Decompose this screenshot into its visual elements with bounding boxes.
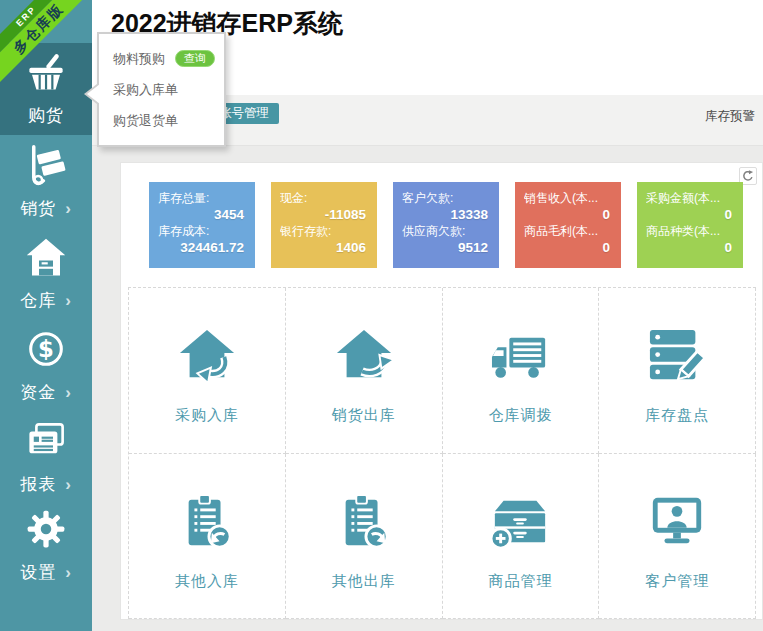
tile-customer-management[interactable]: 客户管理 [599,454,756,620]
house-arrow-out-icon [333,325,395,387]
chevron-right-icon: › [65,476,72,493]
stat-value: 324461.72 [158,239,246,256]
stat-cards-row: 库存总量: 3454 库存成本: 324461.72 现金: -11085 银行… [149,182,743,268]
menu-item-purchase-return[interactable]: 购货退货单 [99,105,224,136]
tile-stock-count[interactable]: 库存盘点 [599,288,756,454]
stat-label: 商品毛利(本... [524,223,612,239]
gear-icon [25,508,67,554]
tile-label: 客户管理 [645,572,709,591]
sidebar: ERP 多仓库版 购货 销货› [0,0,92,631]
query-badge: 查询 [175,50,215,67]
stat-label: 银行存款: [280,223,368,239]
stat-label: 客户欠款: [402,190,490,206]
stat-card-sales: 销售收入(本... 0 商品毛利(本... 0 [515,182,621,268]
stock-edit-icon [646,325,708,387]
house-arrow-in-icon [176,325,238,387]
tile-warehouse-transfer[interactable]: 仓库调拨 [443,288,600,454]
tile-purchase-inbound[interactable]: 采购入库 [129,288,286,454]
sidebar-item-label: 购货 [28,104,64,127]
stat-label: 库存成本: [158,223,246,239]
sidebar-item-label: 设置 [20,561,56,584]
stat-value: -11085 [280,206,368,223]
stat-label: 销售收入(本... [524,190,612,206]
chevron-right-icon: › [65,564,72,581]
sidebar-item-reports[interactable]: 报表› [0,412,92,504]
stat-value: 0 [646,239,734,256]
tile-other-outbound[interactable]: 其他出库 [286,454,443,620]
dollar-coin-icon: $ [25,328,67,374]
tile-goods-management[interactable]: 商品管理 [443,454,600,620]
tile-other-inbound[interactable]: 其他入库 [129,454,286,620]
menu-item-label: 采购入库单 [113,81,178,99]
stat-value: 13338 [402,206,490,223]
warehouse-home-icon [25,236,67,282]
tile-label: 其他入库 [175,572,239,591]
menu-item-material-preorder[interactable]: 物料预购 查询 [99,43,224,74]
main-content: 库存总量: 3454 库存成本: 324461.72 现金: -11085 银行… [92,146,763,631]
stat-value: 1406 [280,239,368,256]
tile-label: 采购入库 [175,406,239,425]
stock-alert-link[interactable]: 库存预警 [705,108,755,125]
menu-item-purchase-inbound[interactable]: 采购入库单 [99,74,224,105]
goods-cabinet-plus-icon [489,491,551,553]
tile-label: 销货出库 [332,406,396,425]
report-sheets-icon [25,420,67,466]
stat-card-purchase: 采购金额(本... 0 商品种类(本... 0 [637,182,743,268]
sidebar-item-sales[interactable]: 销货› [0,136,92,228]
stat-label: 供应商欠款: [402,223,490,239]
chevron-right-icon: › [65,200,72,217]
sidebar-item-label: 报表 [20,473,56,496]
purchase-dropdown-menu: 物料预购 查询 采购入库单 购货退货单 [97,32,226,147]
stat-card-debts: 客户欠款: 13338 供应商欠款: 9512 [393,182,499,268]
tile-label: 仓库调拨 [488,406,552,425]
sidebar-item-settings[interactable]: 设置› [0,500,92,592]
delivery-truck-icon [489,325,551,387]
stat-value: 0 [524,239,612,256]
tile-label: 其他出库 [332,572,396,591]
chevron-right-icon: › [65,384,72,401]
dashboard-panel: 库存总量: 3454 库存成本: 324461.72 现金: -11085 银行… [120,162,763,620]
stat-value: 0 [524,206,612,223]
menu-item-label: 物料预购 [113,50,165,68]
refresh-icon [742,170,754,182]
menu-item-label: 购货退货单 [113,112,178,130]
stat-label: 现金: [280,190,368,206]
stat-card-inventory: 库存总量: 3454 库存成本: 324461.72 [149,182,255,268]
tile-label: 库存盘点 [645,406,709,425]
shortcut-grid: 采购入库 销货出库 [128,287,756,619]
clipboard-arrow-out-icon [333,491,395,553]
sidebar-item-warehouse[interactable]: 仓库› [0,228,92,320]
svg-text:$: $ [38,336,54,362]
sidebar-item-label: 资金 [20,381,56,404]
sidebar-item-label: 销货 [20,197,56,220]
stat-value: 9512 [402,239,490,256]
chevron-right-icon: › [65,292,72,309]
stat-value: 3454 [158,206,246,223]
tile-label: 商品管理 [488,572,552,591]
stat-label: 库存总量: [158,190,246,206]
shopping-basket-icon [25,51,67,97]
sidebar-item-label: 仓库 [20,289,56,312]
tile-sales-outbound[interactable]: 销货出库 [286,288,443,454]
stat-value: 0 [646,206,734,223]
stat-label: 采购金额(本... [646,190,734,206]
customer-monitor-icon [646,491,708,553]
stat-label: 商品种类(本... [646,223,734,239]
hand-truck-icon [25,144,67,190]
sidebar-item-funds[interactable]: $ 资金› [0,320,92,412]
stat-card-cash: 现金: -11085 银行存款: 1406 [271,182,377,268]
clipboard-arrow-in-icon [176,491,238,553]
